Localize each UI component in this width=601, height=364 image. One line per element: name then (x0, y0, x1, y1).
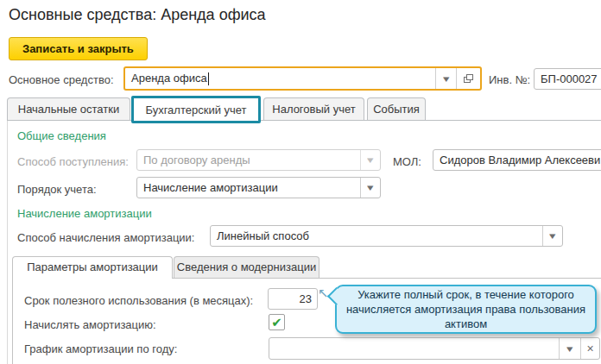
depreciation-schedule-field[interactable]: ▾ × (269, 337, 600, 360)
depreciation-section-title: Начисление амортизации (17, 207, 152, 220)
inventory-number-field[interactable]: БП-000027 (534, 68, 601, 90)
asset-dropdown-button[interactable]: ▾ (435, 68, 456, 89)
chevron-down-icon: ▾ (367, 182, 373, 193)
useful-life-label: Срок полезного использования (в месяцах)… (24, 294, 253, 307)
chevron-down-icon: ▾ (367, 154, 373, 166)
accounting-order-value: Начисление амортизации (137, 181, 360, 194)
tab-page-border (7, 121, 8, 364)
acquisition-method-value: По договору аренды (137, 154, 360, 166)
accounting-order-label: Порядок учета: (17, 183, 97, 196)
tab-events[interactable]: События (367, 97, 426, 120)
depreciation-method-value: Линейный способ (211, 229, 542, 242)
clear-icon: × (586, 342, 593, 355)
inventory-number-label: Инв. №: (489, 73, 530, 86)
depreciation-method-field[interactable]: Линейный способ ▾ (210, 225, 563, 247)
accrue-depreciation-checkbox[interactable]: ✔ (269, 314, 285, 330)
asset-field[interactable]: Аренда офиса ▾ (123, 66, 482, 91)
inventory-number-value: БП-000027 (535, 72, 601, 85)
schedule-clear-button[interactable]: × (580, 338, 599, 359)
depreciation-schedule-label: График амортизации по году: (24, 342, 177, 355)
tab-accounting[interactable]: Бухгалтерский учет (131, 96, 261, 123)
acquisition-method-label: Способ поступления: (17, 155, 129, 168)
accounting-order-field[interactable]: Начисление амортизации ▾ (136, 177, 381, 198)
accrue-depreciation-label: Начислять амортизацию: (24, 318, 156, 331)
tooltip-balloon: Укажите полный срок, в течение которого … (335, 285, 597, 334)
depreciation-method-label: Способ начисления амортизации: (17, 231, 195, 244)
chevron-down-icon: ▾ (443, 73, 449, 85)
asset-card-window: Основные средства: Аренда офиса Записать… (0, 0, 601, 364)
useful-life-input[interactable]: 23 (268, 288, 318, 310)
general-section-title: Общие сведения (17, 129, 106, 142)
asset-field-label: Основное средство: (9, 73, 114, 86)
mol-value: Сидоров Владимир Алексееви (433, 154, 601, 166)
subtab-modernization-info[interactable]: Сведения о модернизации (174, 256, 319, 278)
schedule-dropdown-button[interactable]: ▾ (559, 338, 580, 359)
acquisition-method-field: По договору аренды ▾ (136, 149, 381, 171)
accounting-order-dropdown-button[interactable]: ▾ (360, 178, 380, 198)
subtab-depreciation-params[interactable]: Параметры амортизации (12, 256, 173, 279)
save-close-button[interactable]: Записать и закрыть (9, 37, 148, 60)
subpanel-left-border (12, 278, 13, 364)
depreciation-method-dropdown-button[interactable]: ▾ (542, 226, 562, 246)
mol-label: МОЛ: (393, 155, 421, 168)
acquisition-dropdown-button: ▾ (360, 150, 380, 170)
pointer-cursor-icon: ↖ (318, 286, 329, 301)
checkmark-icon: ✔ (271, 316, 282, 329)
chevron-down-icon: ▾ (566, 343, 573, 355)
chevron-down-icon: ▾ (549, 230, 555, 242)
text-cursor (208, 72, 209, 85)
asset-open-button[interactable] (456, 68, 480, 89)
asset-field-value: Аренда офиса (125, 72, 435, 85)
tab-tax-accounting[interactable]: Налоговый учет (263, 97, 364, 120)
page-title: Основные средства: Аренда офиса (9, 6, 266, 24)
mol-field[interactable]: Сидоров Владимир Алексееви (433, 149, 601, 171)
open-form-icon (464, 74, 473, 83)
tab-initial-balances[interactable]: Начальные остатки (7, 97, 130, 120)
